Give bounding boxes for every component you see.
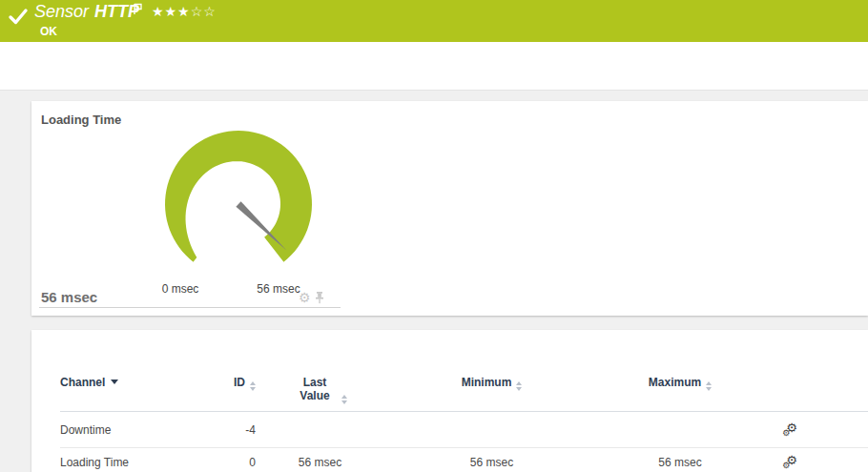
sensor-title: SensorHTTP: [34, 2, 139, 22]
status-ok-check-icon: [8, 7, 29, 30]
tab-bar: Overview Live Data 2 days 30 days 365 da…: [0, 42, 868, 91]
channel-last-value: 56 msec: [256, 448, 384, 472]
channel-last-value: [256, 412, 384, 448]
channel-settings-gears-icon[interactable]: ⚙⚙: [782, 421, 797, 438]
sort-arrows-icon: [706, 381, 712, 391]
channel-maximum: [599, 412, 761, 448]
gauge-title: Loading Time: [41, 113, 121, 127]
channel-name: Loading Time: [60, 448, 194, 472]
gauge-pin-icon[interactable]: [314, 291, 325, 308]
priority-stars[interactable]: ★★★☆☆: [152, 4, 217, 19]
gauge-footer-divider: [39, 307, 341, 308]
channel-maximum: 56 msec: [599, 448, 761, 472]
page-content: Loading Time 0 msec 56 msec 56 msec ⚙: [0, 91, 868, 472]
channel-name: Downtime: [60, 412, 194, 448]
channel-settings-gears-icon[interactable]: ⚙⚙: [782, 454, 797, 470]
sort-arrows-icon: [250, 381, 256, 391]
channel-id: -4: [194, 412, 256, 448]
sensor-header: SensorHTTP ★★★☆☆ OK: [0, 0, 868, 42]
gauge-settings-gear-icon[interactable]: ⚙: [299, 291, 311, 304]
column-header-last-value[interactable]: Last Value: [256, 364, 384, 412]
column-header-channel[interactable]: Channel: [60, 364, 194, 412]
gauge-card: Loading Time 0 msec 56 msec 56 msec ⚙: [31, 101, 868, 316]
channel-id: 0: [194, 448, 256, 472]
channel-minimum: [384, 412, 599, 448]
sensor-status-text: OK: [40, 25, 57, 38]
column-header-id[interactable]: ID: [194, 364, 256, 412]
column-header-minimum[interactable]: Minimum: [384, 364, 599, 412]
table-row-downtime: Downtime -4 ⚙⚙: [60, 412, 868, 448]
gauge-arc: [165, 131, 312, 262]
channel-minimum: 56 msec: [384, 448, 599, 472]
table-header-row: Channel ID Last Value Minimum Maximum: [60, 364, 868, 412]
sort-arrows-icon: [341, 395, 347, 404]
sort-caret-icon: [111, 380, 118, 384]
channels-table: Channel ID Last Value Minimum Maximum: [60, 364, 868, 472]
loading-time-gauge: [134, 103, 343, 286]
priority-flag-icon[interactable]: [133, 2, 143, 19]
gauge-min-label: 0 msec: [142, 282, 218, 296]
channels-card: Channel ID Last Value Minimum Maximum: [31, 330, 868, 472]
sensor-type-label: Sensor: [34, 2, 89, 21]
column-header-maximum[interactable]: Maximum: [599, 364, 761, 412]
table-row-loading-time: Loading Time 0 56 msec 56 msec 56 msec ⚙…: [60, 448, 868, 472]
gauge-current-value: 56 msec: [41, 289, 97, 305]
sort-arrows-icon: [516, 381, 522, 391]
